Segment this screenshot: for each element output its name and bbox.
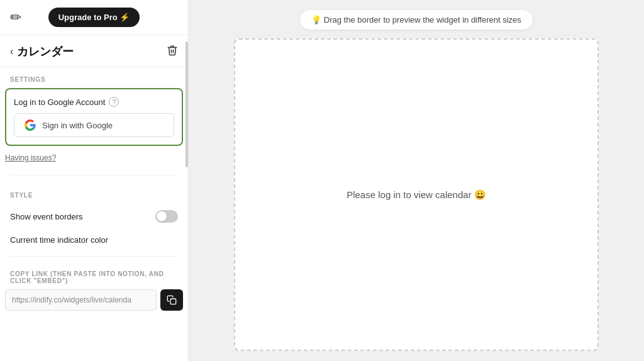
logo-icon: ✏ xyxy=(10,9,21,25)
help-icon[interactable]: ? xyxy=(109,97,119,107)
top-bar: ✏ Upgrade to Pro ⚡ xyxy=(0,0,188,35)
hint-text: 💡 Drag the border to preview the widget … xyxy=(311,15,521,25)
sidebar-scrollbar xyxy=(186,35,188,361)
delete-icon[interactable] xyxy=(167,45,178,59)
show-event-borders-row: Show event borders xyxy=(5,204,183,229)
preview-area: 💡 Drag the border to preview the widget … xyxy=(189,0,644,361)
style-section: Show event borders Current time indicato… xyxy=(0,204,188,251)
copy-link-label: COPY LINK (THEN PASTE INTO NOTION, AND C… xyxy=(0,264,188,289)
settings-section-label: SETTINGS xyxy=(0,67,188,88)
logo-area: ✏ xyxy=(10,9,21,26)
sidebar: ✏ Upgrade to Pro ⚡ ‹ カレンダー SETTINGS xyxy=(0,0,189,361)
copy-icon xyxy=(167,295,177,305)
link-input[interactable] xyxy=(5,289,157,311)
sign-in-button[interactable]: Sign in with Google xyxy=(14,113,174,137)
back-arrow[interactable]: ‹ xyxy=(10,46,13,57)
svg-rect-0 xyxy=(170,299,176,304)
show-event-borders-label: Show event borders xyxy=(10,212,83,221)
hint-bar: 💡 Drag the border to preview the widget … xyxy=(300,10,533,30)
google-login-label: Log in to Google Account ? xyxy=(14,97,174,107)
show-event-borders-toggle[interactable] xyxy=(155,210,178,223)
copy-button[interactable] xyxy=(160,289,183,311)
google-g-icon xyxy=(25,119,36,131)
having-issues-link[interactable]: Having issues? xyxy=(0,151,188,170)
sidebar-content: ‹ カレンダー SETTINGS Log in to Google Accoun… xyxy=(0,35,188,361)
divider-2 xyxy=(10,256,178,257)
divider-1 xyxy=(10,175,178,175)
style-section-label: STYLE xyxy=(0,183,188,204)
sidebar-title: カレンダー xyxy=(17,44,74,59)
page-header-left: ‹ カレンダー xyxy=(10,44,74,59)
toggle-knob xyxy=(157,211,167,221)
current-time-label: Current time indicator color xyxy=(10,235,108,245)
google-login-box: Log in to Google Account ? Sign in with … xyxy=(5,88,183,146)
upgrade-button[interactable]: Upgrade to Pro ⚡ xyxy=(48,8,140,27)
widget-preview: Please log in to view calendar 😀 xyxy=(234,38,599,351)
sign-in-label: Sign in with Google xyxy=(42,121,113,130)
page-header: ‹ カレンダー xyxy=(0,35,188,67)
link-row xyxy=(5,289,183,311)
preview-message: Please log in to view calendar 😀 xyxy=(347,189,486,201)
scrollbar-thumb xyxy=(186,42,188,167)
current-time-row: Current time indicator color xyxy=(5,229,183,251)
